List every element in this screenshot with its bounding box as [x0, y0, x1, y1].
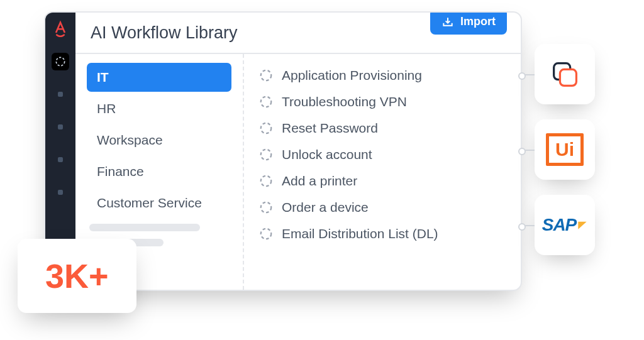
svg-point-4 — [261, 150, 272, 160]
cycle-icon — [54, 55, 67, 68]
workflow-item-label: Add a printer — [282, 173, 357, 189]
cycle-icon — [259, 227, 273, 241]
svg-rect-9 — [560, 69, 576, 85]
import-icon — [441, 16, 454, 28]
rail-item-2[interactable] — [52, 85, 69, 103]
rail-item-4[interactable] — [52, 151, 69, 168]
main-panel: AI Workflow Library Import IT HR Workspa… — [75, 13, 521, 290]
workflow-item[interactable]: Reset Password — [259, 118, 506, 138]
counter-value: 3K+ — [45, 256, 109, 295]
workflow-item[interactable]: Order a device — [259, 197, 506, 217]
workflow-item[interactable]: Troubleshooting VPN — [259, 92, 506, 112]
workflow-item[interactable]: Unlock account — [259, 145, 506, 165]
svg-point-2 — [261, 97, 272, 107]
workflow-item-label: Reset Password — [282, 121, 378, 136]
cycle-icon — [259, 174, 273, 188]
category-item-workspace[interactable]: Workspace — [87, 126, 231, 155]
cycle-icon — [259, 148, 273, 162]
workflow-item-label: Application Provisioning — [282, 68, 422, 83]
integration-tile-uipath: Ui — [535, 119, 595, 180]
svg-point-7 — [261, 229, 272, 239]
copy-icon — [548, 58, 581, 90]
workflow-item-label: Troubleshooting VPN — [282, 94, 407, 109]
cycle-icon — [259, 200, 273, 214]
import-button-label: Import — [460, 15, 496, 28]
header-bar: AI Workflow Library Import — [75, 13, 521, 54]
sap-triangle-icon — [577, 220, 587, 230]
svg-point-1 — [261, 70, 272, 81]
uipath-logo: Ui — [546, 133, 584, 166]
rail-item-3[interactable] — [52, 118, 69, 136]
cycle-icon — [259, 95, 273, 109]
content-area: IT HR Workspace Finance Customer Service… — [75, 54, 521, 290]
category-item-hr[interactable]: HR — [87, 94, 231, 123]
integration-tile-sap: SAP — [535, 195, 595, 255]
workflow-item[interactable]: Application Provisioning — [259, 65, 506, 85]
app-logo — [51, 19, 70, 38]
integration-tile-copy — [535, 44, 595, 104]
svg-point-6 — [261, 202, 272, 213]
svg-point-0 — [56, 57, 64, 65]
category-item-customer-service[interactable]: Customer Service — [87, 189, 231, 217]
page-title: AI Workflow Library — [91, 23, 238, 43]
workflow-item-label: Email Distribution List (DL) — [282, 226, 438, 241]
rail-item-workflows[interactable] — [52, 53, 69, 70]
workflow-item-label: Unlock account — [282, 147, 372, 162]
rail-item-5[interactable] — [52, 184, 69, 201]
svg-point-5 — [261, 176, 272, 187]
workflow-list: Application Provisioning Troubleshooting… — [244, 54, 521, 290]
cycle-icon — [259, 121, 273, 135]
import-button[interactable]: Import — [430, 11, 507, 35]
counter-card: 3K+ — [18, 239, 136, 313]
cycle-icon — [259, 69, 273, 82]
workflow-item[interactable]: Add a printer — [259, 171, 506, 191]
workflow-item-label: Order a device — [282, 200, 369, 215]
workflow-item[interactable]: Email Distribution List (DL) — [259, 224, 506, 244]
sap-logo: SAP — [542, 215, 588, 235]
svg-point-3 — [261, 123, 272, 134]
integration-tiles: Ui SAP — [535, 44, 595, 255]
category-item-it[interactable]: IT — [87, 63, 231, 92]
category-item-finance[interactable]: Finance — [87, 157, 231, 186]
